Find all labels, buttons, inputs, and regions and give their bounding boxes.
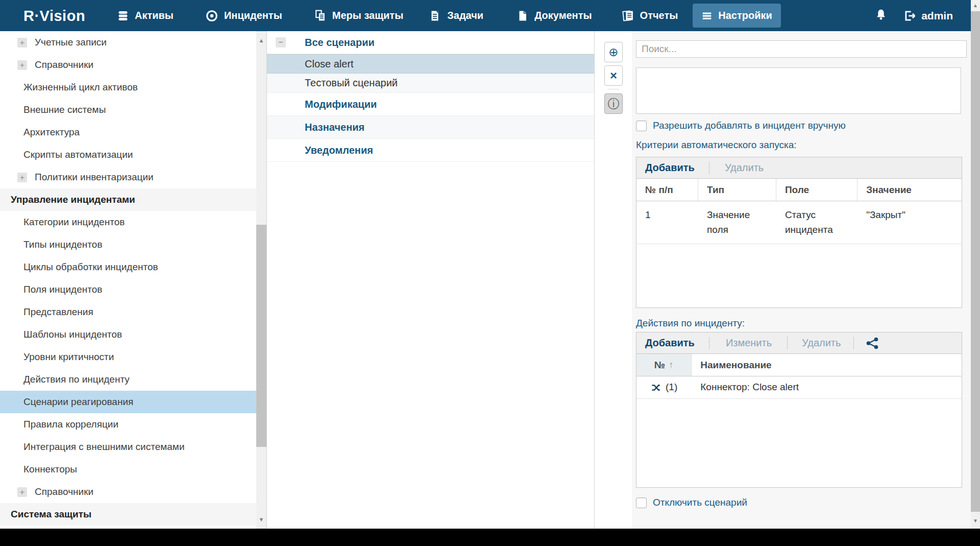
share-button[interactable] <box>864 336 879 351</box>
sidebar-section-label: Система защиты <box>11 509 91 520</box>
sidebar-item-criticality-levels[interactable]: Уровни критичности <box>0 346 256 368</box>
action-order-label: (1) <box>666 380 677 395</box>
nav-item-incidents[interactable]: Инциденты <box>205 9 282 22</box>
sidebar-item-incident-categories[interactable]: Категории инцидентов <box>0 211 256 233</box>
tree-group-notifications[interactable]: Уведомления <box>267 139 594 162</box>
scroll-up-arrow[interactable]: ▲ <box>971 1 980 10</box>
criteria-table-row[interactable]: 1 Значение поля Статус инцидента "Закрыт… <box>636 201 962 244</box>
sidebar-item-architecture[interactable]: Архитектура <box>0 121 256 144</box>
sidebar-item-incident-actions[interactable]: Действия по инциденту <box>0 368 256 391</box>
scroll-down-arrow[interactable]: ▼ <box>971 516 980 526</box>
sidebar-item-external-integration[interactable]: Интеграция с внешними системами <box>0 436 256 458</box>
criteria-delete-button[interactable]: Удалить <box>725 162 764 174</box>
column-header-num-sorted[interactable]: № ↑ <box>636 354 692 376</box>
nav-item-label: Документы <box>534 10 592 21</box>
nav-item-label: Меры защиты <box>332 10 403 21</box>
sidebar-item-automation-scripts[interactable]: Скрипты автоматизации <box>0 144 256 166</box>
sidebar-item-incident-fields[interactable]: Поля инцидентов <box>0 278 256 301</box>
actions-add-button[interactable]: Добавить <box>645 337 695 349</box>
tree-item-test-scenario[interactable]: Тестовый сценарий <box>267 74 594 93</box>
sidebar-item-incident-types[interactable]: Типы инцидентов <box>0 233 256 256</box>
disable-scenario-checkbox-row[interactable]: Отключить сценарий <box>636 497 747 508</box>
nav-item-assets[interactable]: Активы <box>117 10 174 22</box>
tree-group-all-scenarios[interactable]: − Все сценарии <box>267 31 594 54</box>
sidebar-scrollbar[interactable]: ▲ ▼ <box>256 31 266 529</box>
window-scrollbar-thumb[interactable] <box>971 11 980 512</box>
sidebar-item-label: Шаблоны инцидентов <box>23 329 122 340</box>
sidebar-item-response-scenarios[interactable]: Сценарии реагирования <box>0 391 256 413</box>
criteria-table: Добавить Удалить № п/п Тип Поле Значение… <box>636 157 962 308</box>
search-input[interactable] <box>636 40 967 58</box>
sidebar-item-label: Жизненный цикл активов <box>23 82 138 93</box>
database-icon <box>117 10 129 22</box>
nav-item-documents[interactable]: Документы <box>517 10 592 22</box>
navbar-right: admin <box>874 0 953 31</box>
expand-icon[interactable]: + <box>17 487 27 497</box>
nav-item-settings[interactable]: Настройки <box>693 4 781 28</box>
cell-name: Коннектор: Close alert <box>692 380 962 395</box>
rvision-logo: R·Vision <box>23 7 85 24</box>
tree-item-close-alert[interactable]: Close alert <box>267 54 594 74</box>
window-scrollbar[interactable]: ▲ ▼ <box>971 0 980 529</box>
collapse-icon[interactable]: − <box>276 37 286 48</box>
sidebar-item-incident-templates[interactable]: Шаблоны инцидентов <box>0 323 256 346</box>
expand-icon[interactable]: + <box>17 173 27 182</box>
add-scenario-button[interactable]: ⊕ <box>604 42 623 62</box>
scroll-up-arrow[interactable]: ▲ <box>256 35 266 45</box>
user-menu[interactable]: admin <box>903 9 953 22</box>
sidebar-item-dictionaries[interactable]: +Справочники <box>0 54 256 76</box>
checkbox[interactable] <box>636 497 647 508</box>
actions-toolbar: Добавить Изменить Удалить <box>636 333 962 354</box>
column-header-label: № <box>654 360 665 371</box>
sidebar-item-asset-lifecycle[interactable]: Жизненный цикл активов <box>0 76 256 99</box>
cell-type: Значение поля <box>698 201 776 244</box>
nav-item-tasks[interactable]: Задачи <box>429 10 483 22</box>
column-header-name[interactable]: Наименование <box>692 354 962 376</box>
sidebar-item-dictionaries-2[interactable]: +Справочники <box>0 481 256 503</box>
actions-edit-button[interactable]: Изменить <box>726 337 772 349</box>
criteria-add-button[interactable]: Добавить <box>645 162 695 174</box>
close-icon: × <box>610 68 617 83</box>
description-field[interactable] <box>636 67 961 114</box>
tree-item-label: Все сценарии <box>305 37 375 49</box>
tree-item-label: Тестовый сценарий <box>305 77 398 89</box>
scroll-down-arrow[interactable]: ▼ <box>256 514 266 525</box>
bell-icon <box>874 8 888 21</box>
actions-delete-button[interactable]: Удалить <box>802 337 841 349</box>
navbar: R·Vision Активы Инциденты Меры защиты За… <box>0 0 971 31</box>
sidebar-item-inventory-policies[interactable]: +Политики инвентаризации <box>0 166 256 188</box>
target-icon <box>205 9 218 22</box>
actions-table-row[interactable]: (1) Коннектор: Close alert <box>636 376 962 399</box>
sidebar-section-incident-management: Управление инцидентами <box>0 188 256 211</box>
tree-group-modifications[interactable]: Модификации <box>267 93 594 116</box>
sidebar-item-label: Архитектура <box>23 127 80 138</box>
sidebar-item-external-systems[interactable]: Внешние системы <box>0 99 256 121</box>
sidebar-item-label: Типы инцидентов <box>23 239 103 250</box>
username-label: admin <box>921 10 953 22</box>
expand-icon[interactable]: + <box>17 60 27 70</box>
sidebar-item-accounts[interactable]: +Учетные записи <box>0 31 256 54</box>
shuffle-icon <box>651 382 662 393</box>
sidebar-item-label: Внешние системы <box>23 104 106 115</box>
nav-item-safeguards[interactable]: Меры защиты <box>314 9 403 22</box>
nav-item-reports[interactable]: Отчеты <box>622 9 678 22</box>
nav-item-label: Отчеты <box>640 10 678 21</box>
criteria-section-label: Критерии автоматического запуска: <box>636 139 797 151</box>
tree-group-assignments[interactable]: Назначения <box>267 116 594 139</box>
actions-section-label: Действия по инциденту: <box>636 318 745 329</box>
sidebar-item-connectors[interactable]: Коннекторы <box>0 458 256 481</box>
main-menu: Активы Инциденты Меры защиты Задачи Доку… <box>117 0 781 31</box>
notifications-button[interactable] <box>874 8 888 23</box>
sidebar-item-views[interactable]: Представления <box>0 301 256 323</box>
expand-icon[interactable]: + <box>17 38 27 48</box>
sidebar-item-correlation-rules[interactable]: Правила корреляции <box>0 413 256 436</box>
sidebar-scrollbar-thumb[interactable] <box>256 225 266 447</box>
info-button[interactable]: ⓘ <box>604 93 623 114</box>
cell-num: (1) <box>636 380 692 395</box>
sidebar-item-label: Справочники <box>35 59 93 70</box>
checkbox[interactable] <box>636 121 647 131</box>
allow-manual-add-checkbox-row[interactable]: Разрешить добавлять в инцидент вручную <box>636 120 846 131</box>
sidebar-item-label: Сценарии реагирования <box>23 396 133 408</box>
sidebar-item-incident-cycles[interactable]: Циклы обработки инцидентов <box>0 256 256 278</box>
delete-scenario-button[interactable]: × <box>604 65 623 86</box>
